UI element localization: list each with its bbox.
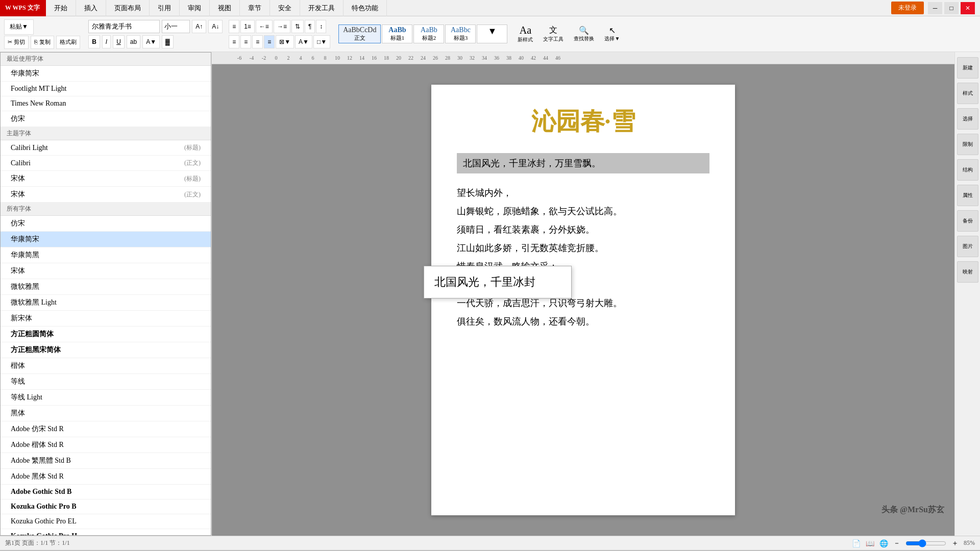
- font-color-button[interactable]: A▼: [142, 35, 160, 48]
- font-name-input[interactable]: [88, 20, 160, 33]
- select-button[interactable]: ↖ 选择▼: [601, 24, 623, 43]
- zoom-slider[interactable]: [905, 539, 946, 547]
- font-item-huakang-song[interactable]: 华康简宋: [1, 232, 211, 247]
- tab-reference[interactable]: 引用: [150, 0, 180, 16]
- login-button[interactable]: 未登录: [891, 2, 924, 14]
- tab-dev[interactable]: 开发工具: [300, 0, 344, 16]
- font-item-dengxian-light[interactable]: 等线 Light: [1, 390, 211, 406]
- find-replace-button[interactable]: 🔍 查找替换: [571, 24, 597, 43]
- highlight-button[interactable]: ▓: [162, 35, 174, 48]
- theme-fonts-label: 主题字体: [1, 127, 211, 140]
- font-item-kaiti[interactable]: 楷体: [1, 358, 211, 374]
- sidebar-select-btn[interactable]: 选择: [957, 108, 978, 130]
- show-marks[interactable]: ¶: [305, 20, 315, 33]
- font-item-dengxian[interactable]: 等线: [1, 374, 211, 390]
- font-item-fangzheng-yuan[interactable]: 方正粗圆简体: [1, 327, 211, 342]
- font-item-adobe-kaiti[interactable]: Adobe 楷体 Std R: [1, 437, 211, 453]
- format-painter-button[interactable]: 格式刷: [56, 36, 80, 49]
- italic-button[interactable]: I: [102, 35, 111, 48]
- style-heading3[interactable]: AaBbc 标题3: [445, 24, 476, 43]
- style-more[interactable]: ▼: [477, 24, 507, 43]
- font-dropdown[interactable]: 最近使用字体 华康简宋 Footlight MT Light Times New…: [0, 52, 211, 536]
- bold-button[interactable]: B: [88, 35, 100, 48]
- font-item-adobe-heiti[interactable]: Adobe 黑体 Std R: [1, 469, 211, 485]
- align-justify[interactable]: ≡: [264, 35, 275, 48]
- tab-view[interactable]: 视图: [210, 0, 240, 16]
- tab-security[interactable]: 安全: [270, 0, 300, 16]
- view-web-btn[interactable]: 🌐: [879, 539, 888, 547]
- line-spacing[interactable]: ↕: [316, 20, 326, 33]
- font-item-adobe-fantihei[interactable]: Adobe 繁黑體 Std B: [1, 453, 211, 469]
- font-size-decrease[interactable]: A↓: [208, 20, 223, 33]
- shading-button[interactable]: A▼: [295, 35, 312, 48]
- tab-insert[interactable]: 插入: [76, 0, 106, 16]
- list-unordered[interactable]: ≡: [229, 20, 239, 33]
- sidebar-property-btn[interactable]: 属性: [957, 185, 978, 206]
- align-center[interactable]: ≡: [240, 35, 251, 48]
- underline-button[interactable]: U: [113, 35, 125, 48]
- strikethrough-button[interactable]: ab: [127, 35, 140, 48]
- tab-layout[interactable]: 页面布局: [106, 0, 150, 16]
- font-item-fangsong-recent[interactable]: 仿宋: [1, 111, 211, 127]
- new-style-button[interactable]: Aa 新样式: [514, 23, 536, 44]
- sort-button[interactable]: ⇅: [291, 20, 304, 33]
- font-item-kozuka-gothic-b[interactable]: Kozuka Gothic Pro B: [1, 499, 211, 514]
- font-item-adobe-fangsong[interactable]: Adobe 仿宋 Std R: [1, 421, 211, 437]
- sidebar-style-btn[interactable]: 样式: [957, 83, 978, 104]
- font-size-increase[interactable]: A↑: [192, 20, 206, 33]
- view-zoom-in[interactable]: ＋: [951, 539, 959, 548]
- main-toolbar: 粘贴▼ ✂ 剪切 ⎘ 复制 格式刷 A↑ A↓ B I U ab A▼ ▓ ≡ …: [0, 16, 980, 52]
- font-item-adobe-gothic-b[interactable]: Adobe Gothic Std B: [1, 485, 211, 499]
- sidebar-structure-btn[interactable]: 结构: [957, 159, 978, 181]
- style-heading1[interactable]: AaBb 标题1: [382, 24, 412, 43]
- font-item-footlight[interactable]: Footlight MT Light: [1, 82, 211, 96]
- wps-logo[interactable]: W WPS 文字: [0, 0, 46, 16]
- indent-increase[interactable]: →≡: [274, 20, 290, 33]
- sidebar-restrict-btn[interactable]: 限制: [957, 134, 978, 155]
- copy-button[interactable]: ⎘ 复制: [31, 36, 54, 49]
- view-normal-btn[interactable]: 📄: [852, 539, 861, 547]
- indent-decrease[interactable]: ←≡: [256, 20, 273, 33]
- list-ordered[interactable]: 1≡: [240, 20, 255, 33]
- tab-chapter[interactable]: 章节: [240, 0, 270, 16]
- font-item-songti[interactable]: 宋体: [1, 263, 211, 279]
- font-item-huakang-hei[interactable]: 华康简黑: [1, 247, 211, 263]
- font-item-kozuka-gothic-el[interactable]: Kozuka Gothic Pro EL: [1, 514, 211, 529]
- font-item-newsong[interactable]: 新宋体: [1, 311, 211, 327]
- text-tools-button[interactable]: 文 文字工具: [540, 24, 567, 44]
- font-item-times[interactable]: Times New Roman: [1, 96, 211, 111]
- font-item-calibri[interactable]: Calibri (正文): [1, 156, 211, 171]
- sidebar-map-btn[interactable]: 映射: [957, 261, 978, 283]
- font-item-fangzheng-heisong[interactable]: 方正粗黑宋简体: [1, 342, 211, 358]
- tab-review[interactable]: 审阅: [180, 0, 210, 16]
- sidebar-image-btn[interactable]: 图片: [957, 236, 978, 257]
- view-read-btn[interactable]: 📖: [866, 539, 874, 547]
- minimize-button[interactable]: ─: [928, 2, 942, 14]
- font-item-calibri-light[interactable]: Calibri Light (标题): [1, 140, 211, 156]
- ruler-mark: 38: [503, 55, 515, 61]
- cut-button[interactable]: ✂ 剪切: [4, 36, 29, 49]
- sidebar-backup-btn[interactable]: 备份: [957, 210, 978, 232]
- restore-button[interactable]: □: [944, 2, 959, 14]
- column-button[interactable]: ⊠▼: [276, 35, 294, 48]
- tab-special[interactable]: 特色功能: [344, 0, 387, 16]
- font-item-kozuka-gothic-h[interactable]: Kozuka Gothic Pro H: [1, 529, 211, 536]
- font-item-song-heading[interactable]: 宋体 (标题): [1, 171, 211, 187]
- font-item-fangsong[interactable]: 仿宋: [1, 216, 211, 232]
- font-item-song-body[interactable]: 宋体 (正文): [1, 187, 211, 203]
- view-zoom-out[interactable]: －: [893, 539, 900, 548]
- font-size-input[interactable]: [162, 20, 190, 33]
- style-heading2[interactable]: AaBb 标题2: [413, 24, 444, 43]
- style-normal[interactable]: AaBbCcDd 正文: [338, 24, 381, 43]
- paste-button[interactable]: 粘贴▼: [4, 19, 34, 35]
- border-button[interactable]: □▼: [313, 35, 330, 48]
- font-item-yahei-light[interactable]: 微软雅黑 Light: [1, 295, 211, 311]
- font-item-huakang-song-recent[interactable]: 华康简宋: [1, 66, 211, 82]
- tab-start[interactable]: 开始: [46, 0, 76, 16]
- font-item-yahei[interactable]: 微软雅黑: [1, 279, 211, 295]
- close-button[interactable]: ✕: [961, 2, 975, 14]
- align-left[interactable]: ≡: [229, 35, 239, 48]
- font-item-heiti[interactable]: 黑体: [1, 406, 211, 421]
- align-right[interactable]: ≡: [252, 35, 263, 48]
- sidebar-new-btn[interactable]: 新建: [957, 57, 978, 79]
